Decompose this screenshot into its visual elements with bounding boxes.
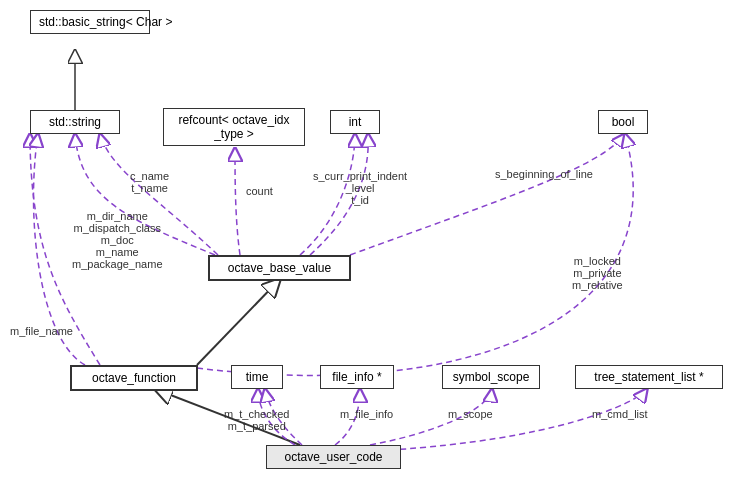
node-octave-function: octave_function [70, 365, 198, 391]
svg-line-5 [197, 279, 280, 365]
label-s-curr-print: s_curr_print_indent_levelt_id [313, 170, 407, 206]
node-tree-statement-list: tree_statement_list * [575, 365, 723, 389]
label-m-dir-name: m_dir_namem_dispatch_classm_docm_namem_p… [72, 210, 163, 270]
label-m-scope: m_scope [448, 408, 493, 420]
label-m-cmd-list: m_cmd_list [592, 408, 648, 420]
node-symbol-scope: symbol_scope [442, 365, 540, 389]
node-basic-string: std::basic_string< Char > [30, 10, 150, 34]
label-c-name: c_namet_name [130, 170, 169, 194]
label-m-file-info: m_file_info [340, 408, 393, 420]
label-m-t-checked: m_t_checkedm_t_parsed [224, 408, 289, 432]
class-diagram: std::basic_string< Char > std::string re… [0, 0, 740, 501]
node-bool: bool [598, 110, 648, 134]
node-std-string: std::string [30, 110, 120, 134]
label-count: count [246, 185, 273, 197]
node-int: int [330, 110, 380, 134]
node-refcount: refcount< octave_idx_type > [163, 108, 305, 146]
node-octave-user-code: octave_user_code [266, 445, 401, 469]
label-m-locked: m_lockedm_privatem_relative [572, 255, 623, 291]
node-file-info: file_info * [320, 365, 394, 389]
node-octave-base-value: octave_base_value [208, 255, 351, 281]
label-m-file-name: m_file_name [10, 325, 73, 337]
label-s-beginning: s_beginning_of_line [495, 168, 593, 180]
node-time: time [231, 365, 283, 389]
